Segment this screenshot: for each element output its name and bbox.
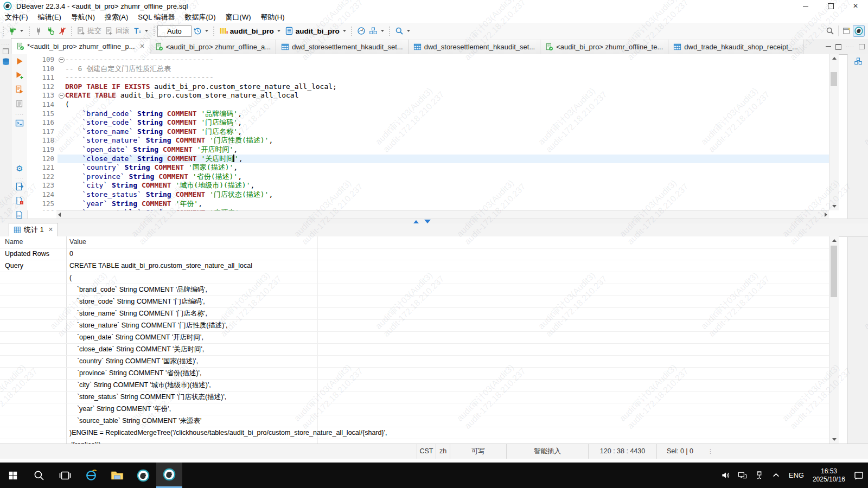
status-cell-2[interactable]: 可写 [450, 444, 506, 459]
grid-cell-value[interactable]: `store_nature` String COMMENT '门店性质(描述)'… [67, 320, 829, 331]
toolbar-plug-refresh-button[interactable] [44, 25, 56, 37]
results-vertical-scrollbar[interactable] [829, 236, 839, 444]
editor-tab-1[interactable]: <audit_bi_pro> zhumr_offline_a... [150, 40, 276, 54]
toolbar-gauge-button[interactable] [355, 25, 367, 37]
sash-down-arrow[interactable] [424, 220, 431, 223]
grid-row-4[interactable]: `store_code` String COMMENT '门店编码', [0, 296, 829, 308]
close-button[interactable]: ✕ [843, 0, 868, 12]
code-line-114[interactable]: 114( [27, 100, 829, 110]
code-line-121[interactable]: 121 `country` String COMMENT '国家(描述)', [27, 163, 829, 172]
toolbar-dbeaver-logo-button[interactable] [853, 25, 865, 37]
toolbar-doc-rollback-button[interactable]: 回滚 [103, 24, 131, 37]
results-tab-close-icon[interactable]: ✕ [48, 226, 53, 233]
editor-tab-3[interactable]: dwd_storesettlement_hkaudit_set... [409, 40, 541, 54]
code-line-115[interactable]: 115 `brand_code` String COMMENT '品牌编码', [27, 110, 829, 119]
rail-play-plus-button[interactable] [15, 71, 24, 82]
editor-horizontal-scrollbar[interactable] [56, 210, 829, 219]
results-scroll-down-arrow[interactable] [829, 435, 839, 444]
grid-row-15[interactable]: )ENGINE = ReplicatedMergeTree('/clickhou… [0, 427, 829, 439]
grid-cell-value[interactable]: CREATE TABLE audit_bi_pro.custom_store_n… [67, 260, 829, 272]
rail-play-button[interactable] [15, 57, 24, 68]
menu-f[interactable]: 文件(F) [0, 12, 33, 22]
grid-row-6[interactable]: `store_nature` String COMMENT '门店性质(描述)'… [0, 320, 829, 332]
commit-mode-auto-button[interactable]: Auto [157, 25, 192, 37]
grid-row-13[interactable]: `year` String COMMENT '年份', [0, 403, 829, 415]
code-line-113[interactable]: 113CREATE TABLE audit_bi_pro.custom_stor… [27, 91, 829, 100]
taskbar-clock[interactable]: 16:53 2025/10/16 [808, 467, 850, 484]
grid-cell-value[interactable]: `close_date` String COMMENT '关店时间', [67, 344, 829, 355]
grid-cell-value[interactable]: '{replica}') [67, 439, 829, 444]
toolbar-plug-new-button[interactable] [7, 25, 26, 37]
grid-cell-name[interactable] [0, 415, 67, 427]
grid-cell-name[interactable] [0, 380, 67, 391]
rail-script-button[interactable] [15, 99, 24, 110]
grid-cell-value[interactable]: `store_code` String COMMENT '门店编码', [67, 296, 829, 307]
code-line-111[interactable]: 111----------------------------------- [27, 73, 829, 82]
taskbar-search-task-button[interactable] [26, 463, 52, 488]
toolbar-box-button[interactable] [367, 25, 387, 37]
grid-cell-name[interactable] [0, 439, 67, 444]
rail-script-run-button[interactable] [15, 85, 24, 96]
scroll-left-arrow[interactable] [58, 213, 61, 217]
toolbar-search-gray-button[interactable] [824, 25, 836, 37]
code-line-119[interactable]: 119 `open_date` String COMMENT '开店时间', [27, 145, 829, 155]
toolbar-plug-button[interactable] [33, 25, 44, 37]
grid-row-1[interactable]: QueryCREATE TABLE audit_bi_pro.custom_st… [0, 260, 829, 272]
minimize-button[interactable] [793, 0, 818, 12]
minimized-view-icon[interactable] [854, 57, 863, 66]
dropdown-caret-icon[interactable] [20, 30, 23, 32]
dropdown-caret-icon[interactable] [381, 30, 384, 32]
editor-tab-0[interactable]: *<audit_bi_pro> zhumr_offline_p...✕ [11, 38, 150, 54]
grid-cell-name[interactable] [0, 308, 67, 319]
grid-cell-name[interactable] [0, 391, 67, 403]
tray-network-button[interactable] [734, 463, 751, 488]
grid-cell-name[interactable] [0, 296, 67, 307]
grid-cell-name[interactable] [0, 344, 67, 355]
results-scroll-thumb[interactable] [831, 246, 837, 297]
grid-cell-value[interactable]: ( [67, 272, 829, 284]
grid-cell-name[interactable] [0, 320, 67, 331]
taskbar-start-button[interactable] [0, 463, 26, 488]
grid-cell-value[interactable]: `store_status` String COMMENT '门店状态(描述)'… [67, 391, 829, 403]
taskbar-dbeaver-active-button[interactable] [156, 463, 182, 488]
menu-e[interactable]: 编辑(E) [33, 12, 66, 22]
grid-row-11[interactable]: `city` String COMMENT '城市(地级市)(描述)', [0, 380, 829, 391]
grid-cell-name[interactable] [0, 427, 67, 439]
results-tab-statistics[interactable]: 统计 1 ✕ [9, 223, 58, 236]
rail-export-doc-button[interactable] [15, 182, 24, 193]
rail-gear-button[interactable]: ⚙ [15, 164, 24, 174]
tray-usb-button[interactable] [751, 463, 768, 488]
grid-header-value[interactable]: Value [67, 236, 829, 248]
maximize-button[interactable] [818, 0, 843, 12]
code-line-118[interactable]: 118 `store_nature` String COMMENT '门店性质(… [27, 136, 829, 145]
database-navigator-icon[interactable] [2, 57, 10, 66]
menu-sql[interactable]: SQL 编辑器 [133, 12, 180, 22]
tab-close-icon[interactable]: ✕ [140, 43, 145, 50]
grid-cell-value[interactable]: `open_date` String COMMENT '开店时间', [67, 332, 829, 343]
dropdown-caret-icon[interactable] [277, 30, 280, 32]
language-indicator[interactable]: ENG [784, 471, 808, 479]
taskbar-ie-button[interactable] [78, 463, 104, 488]
grid-cell-name[interactable] [0, 284, 67, 296]
rail-terminal-button[interactable] [15, 119, 24, 130]
grid-cell-value[interactable]: )ENGINE = ReplicatedMergeTree('/clickhou… [67, 427, 829, 439]
grid-cell-name[interactable] [0, 356, 67, 367]
grid-cell-name[interactable]: Updated Rows [0, 248, 67, 260]
grid-row-9[interactable]: `country` String COMMENT '国家(描述)', [0, 356, 829, 368]
menu-a[interactable]: 搜索(A) [100, 12, 133, 22]
grid-cell-value[interactable]: `province` String COMMENT '省份(描述)', [67, 368, 829, 379]
grid-cell-name[interactable] [0, 368, 67, 379]
grid-cell-name[interactable] [0, 332, 67, 343]
results-scroll-up-arrow[interactable] [829, 236, 839, 245]
taskbar-dbeaver-button[interactable] [130, 463, 156, 488]
code-line-124[interactable]: 124 `store_status` String COMMENT '门店状态(… [27, 190, 829, 200]
scroll-up-arrow[interactable] [829, 54, 839, 62]
grid-row-3[interactable]: `brand_code` String COMMENT '品牌编码', [0, 284, 829, 296]
code-line-116[interactable]: 116 `store_code` String COMMENT '门店编码', [27, 118, 829, 127]
scroll-right-arrow[interactable] [825, 213, 827, 217]
grid-row-5[interactable]: `store_name` String COMMENT '门店名称', [0, 308, 829, 320]
grid-cell-value[interactable]: 0 [67, 248, 829, 260]
status-cell-3[interactable]: 智能插入 [506, 444, 588, 459]
code-line-112[interactable]: 112DROP TABLE IF EXISTS audit_bi_pro.cus… [27, 82, 829, 92]
taskbar-explorer-button[interactable] [104, 463, 130, 488]
